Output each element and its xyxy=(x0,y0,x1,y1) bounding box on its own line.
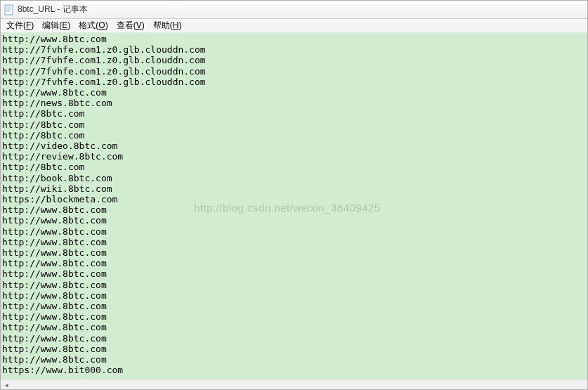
text-line: http://www.8btc.com xyxy=(2,34,586,44)
menu-view[interactable]: 查看(V) xyxy=(117,20,145,32)
text-line: http://www.8btc.com xyxy=(2,237,586,247)
text-line: http://www.8btc.com xyxy=(2,354,586,365)
menu-format[interactable]: 格式(O) xyxy=(79,20,107,32)
text-line: http://7fvhfe.com1.z0.glb.clouddn.com xyxy=(2,44,586,55)
text-line: http://www.8btc.com xyxy=(2,301,586,311)
text-line: http://book.8btc.com xyxy=(2,173,586,183)
text-line: http://8btc.com xyxy=(2,162,586,172)
text-line: http://www.8btc.com xyxy=(2,226,586,237)
text-line: http://7fvhfe.com1.z0.glb.clouddn.com xyxy=(2,55,586,65)
menu-edit[interactable]: 编辑(E) xyxy=(42,20,70,32)
text-line: http://www.8btc.com xyxy=(2,204,586,215)
text-line: http://www.8btc.com xyxy=(2,280,586,290)
scroll-left-button[interactable]: ◂ xyxy=(1,379,13,391)
text-line: http://www.8btc.com xyxy=(2,322,586,332)
text-line: http://www.8btc.com xyxy=(2,258,586,268)
text-line: http://7fvhfe.com1.z0.glb.clouddn.com xyxy=(2,66,586,77)
scroll-track[interactable] xyxy=(13,379,587,391)
text-line: http://8btc.com xyxy=(2,130,586,141)
text-line: http://video.8btc.com xyxy=(2,141,586,151)
text-content[interactable]: http://www.8btc.comhttp://7fvhfe.com1.z0… xyxy=(1,33,587,379)
text-line: http://www.8btc.com xyxy=(2,290,586,301)
text-line: http://www.8btc.com xyxy=(2,247,586,258)
text-line: http://review.8btc.com xyxy=(2,151,586,162)
menu-help[interactable]: 帮助(H) xyxy=(153,20,182,32)
text-line: http://8btc.com xyxy=(2,108,586,119)
editor-area[interactable]: http://www.8btc.comhttp://7fvhfe.com1.z0… xyxy=(1,33,587,379)
menu-file[interactable]: 文件(F) xyxy=(6,20,34,32)
window-title: 8btc_URL - 记事本 xyxy=(18,4,88,15)
text-line: http://wiki.8btc.com xyxy=(2,183,586,194)
text-line: http://news.8btc.com xyxy=(2,98,586,108)
text-line: http://www.8btc.com xyxy=(2,311,586,322)
text-line: http://7fvhfe.com1.z0.glb.clouddn.com xyxy=(2,77,586,87)
menubar: 文件(F) 编辑(E) 格式(O) 查看(V) 帮助(H) xyxy=(1,19,587,33)
horizontal-scrollbar[interactable]: ◂ xyxy=(1,379,587,390)
text-line: http://www.8btc.com xyxy=(2,268,586,279)
titlebar: 8btc_URL - 记事本 xyxy=(1,1,587,19)
text-line: https://www.bit000.com xyxy=(2,365,586,375)
text-line: http://www.8btc.com xyxy=(2,344,586,354)
text-line: https://blockmeta.com xyxy=(2,194,586,204)
text-line: http://8btc.com xyxy=(2,119,586,130)
text-line: http://www.8btc.com xyxy=(2,215,586,226)
notepad-icon xyxy=(4,4,15,15)
text-line: http://www.8btc.com xyxy=(2,87,586,98)
text-line: http://www.8btc.com xyxy=(2,333,586,344)
